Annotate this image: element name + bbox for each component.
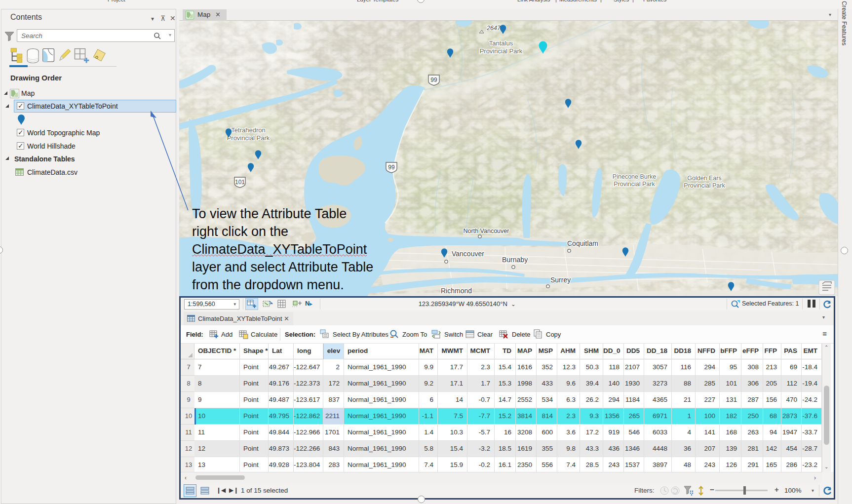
svg-text:Tantalus: Tantalus (489, 39, 513, 47)
svg-text:Provincial Park: Provincial Park (480, 47, 523, 55)
svg-text:101: 101 (235, 179, 245, 186)
svg-text:Coquitlam: Coquitlam (567, 239, 598, 247)
svg-text:Vancouver: Vancouver (452, 250, 484, 258)
svg-text:Tetrahedron: Tetrahedron (231, 126, 265, 134)
svg-text:2647: 2647 (486, 25, 501, 32)
svg-text:Richmond: Richmond (441, 287, 472, 295)
svg-text:Golden Ears: Golden Ears (687, 175, 721, 182)
svg-text:Burnaby: Burnaby (502, 256, 528, 264)
svg-text:99: 99 (430, 77, 437, 83)
svg-text:99: 99 (388, 164, 395, 171)
svg-text:Provincial Park: Provincial Park (684, 182, 725, 189)
svg-text:Provincial Park: Provincial Park (614, 181, 655, 188)
svg-text:Surrey: Surrey (550, 276, 571, 284)
svg-text:Pinecone Burke: Pinecone Burke (613, 173, 656, 180)
svg-text:Provincial Park: Provincial Park (227, 134, 270, 142)
svg-text:North Vancouver: North Vancouver (464, 228, 509, 234)
